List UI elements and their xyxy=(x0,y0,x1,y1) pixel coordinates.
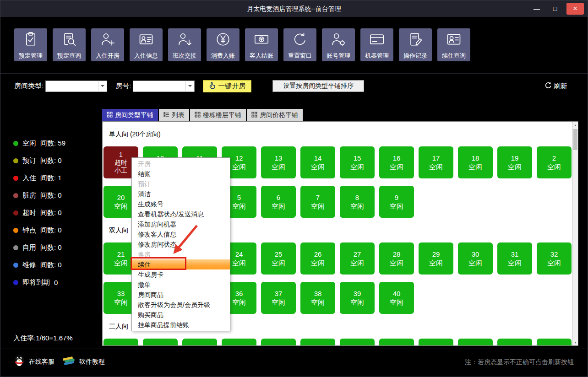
tab-room-price-tile[interactable]: 房间价格平铺 xyxy=(247,109,303,121)
context-menu-item[interactable]: 房间商品 xyxy=(132,290,230,300)
stay-extend-query-button[interactable]: 续住查询 xyxy=(437,28,470,61)
minimize-button[interactable]: — xyxy=(530,3,544,14)
operation-log-button[interactable]: 操作记录 xyxy=(399,28,432,61)
room-status: 空闲 xyxy=(114,202,128,210)
room-tile[interactable]: 13空闲 xyxy=(261,146,296,178)
document-pencil-icon xyxy=(408,32,423,49)
scroll-down-icon[interactable]: ▼ xyxy=(573,339,578,345)
room-tile[interactable]: 26空闲 xyxy=(300,242,335,275)
room-tile[interactable]: 14空闲 xyxy=(300,146,335,178)
legend-count: 间数: 0 xyxy=(40,209,62,217)
tab-room-type-tile[interactable]: 房间类型平铺 xyxy=(102,109,158,121)
statusbar: 在线客服 软件教程 注：若房态显示不正确可点击刷新按钮 xyxy=(0,349,588,377)
room-tile[interactable] xyxy=(497,339,532,345)
sort-by-room-type-button[interactable]: 设置按房间类型平铺排序 xyxy=(272,80,364,92)
room-tile[interactable]: 27空闲 xyxy=(340,242,375,275)
room-tile[interactable] xyxy=(143,339,178,345)
room-number: 39 xyxy=(354,289,361,298)
consumption-entry-button[interactable]: 消费入账 xyxy=(207,28,240,61)
context-menu-item[interactable]: 生成房卡 xyxy=(132,269,230,280)
check-in-info-button[interactable]: 入住信息 xyxy=(130,28,163,61)
room-tile[interactable]: 18空闲 xyxy=(458,146,493,178)
tab-label: 楼栋楼层平铺 xyxy=(203,111,241,119)
person-arrow-down-icon xyxy=(177,32,192,49)
reset-window-button[interactable]: 重置窗口 xyxy=(283,28,316,61)
shift-handover-button[interactable]: 班次交接 xyxy=(168,28,201,61)
room-tile[interactable]: 40空闲 xyxy=(379,282,414,314)
check-in-open-button[interactable]: 入住开房 xyxy=(91,28,124,61)
room-type-select[interactable] xyxy=(45,81,107,92)
room-tile[interactable]: 7空闲 xyxy=(300,186,335,218)
view-tabs: 房间类型平铺 列表 楼栋楼层平铺 房间价格平铺 xyxy=(102,109,303,121)
tab-building-floor-tile[interactable]: 楼栋楼层平铺 xyxy=(190,109,246,121)
one-key-open-button[interactable]: 一键开房 xyxy=(203,80,251,92)
room-tile[interactable]: 32空闲 xyxy=(537,242,572,275)
legend-count: 间数: 1 xyxy=(40,174,62,183)
room-tile[interactable] xyxy=(340,339,375,345)
maximize-button[interactable]: □ xyxy=(548,3,562,14)
context-menu-item[interactable]: 生成账号 xyxy=(132,199,230,209)
room-tile[interactable]: 16空闲 xyxy=(379,146,414,178)
room-tile[interactable]: 28空闲 xyxy=(379,242,414,275)
room-no-select[interactable] xyxy=(133,81,195,92)
room-tile[interactable]: 9空闲 xyxy=(379,186,414,218)
room-tile[interactable]: 2空闲 xyxy=(537,146,572,178)
machine-manage-button[interactable]: 机器管理 xyxy=(360,28,393,61)
refresh-button[interactable]: 刷新 xyxy=(545,80,567,92)
room-tile[interactable]: 19空闲 xyxy=(497,146,532,178)
room-tile[interactable] xyxy=(419,339,453,345)
close-button[interactable]: × xyxy=(566,3,584,15)
vertical-scrollbar[interactable]: ▲ ▼ xyxy=(572,122,578,345)
room-tile[interactable]: 39空闲 xyxy=(340,282,375,314)
room-status: 空闲 xyxy=(311,298,325,307)
context-menu-item[interactable]: 修改客人信息 xyxy=(132,229,230,239)
context-menu-item[interactable]: 购买商品 xyxy=(132,310,230,320)
context-menu-item[interactable]: 散客升级为会员/会员升级 xyxy=(132,300,230,310)
scroll-up-icon[interactable]: ▲ xyxy=(573,122,578,128)
legend-item: 即将到期0 xyxy=(13,274,101,291)
room-tile[interactable] xyxy=(103,339,138,345)
context-menu-item[interactable]: 修改房间状态 xyxy=(132,239,230,249)
reset-arrow-icon xyxy=(292,32,308,49)
room-tile[interactable]: 30空闲 xyxy=(458,242,493,275)
context-menu-item[interactable]: 结账 xyxy=(132,169,230,179)
context-menu-item[interactable]: 挂单商品提前结账 xyxy=(132,320,230,330)
toolbar-button-label: 机器管理 xyxy=(365,53,389,59)
room-tile[interactable]: 29空闲 xyxy=(419,242,453,275)
context-menu-item[interactable]: 查看机器状态/发送消息 xyxy=(132,209,230,219)
account-manage-button[interactable]: 账号管理 xyxy=(322,28,355,61)
room-tile[interactable]: 31空闲 xyxy=(497,242,532,275)
guest-checkout-button[interactable]: 客人结账 xyxy=(245,28,278,61)
context-menu-item[interactable]: 添加房间机器 xyxy=(132,219,230,229)
room-tile[interactable] xyxy=(182,339,217,345)
room-tile[interactable]: 8空闲 xyxy=(340,186,375,218)
room-tile[interactable]: 38空闲 xyxy=(300,282,335,314)
booking-query-button[interactable]: 预定查询 xyxy=(53,28,86,61)
room-tile[interactable]: 25空闲 xyxy=(261,242,296,275)
room-tile[interactable] xyxy=(300,339,335,345)
context-menu-item[interactable]: 续住 xyxy=(132,259,230,269)
room-tile[interactable] xyxy=(379,339,414,345)
room-status: 空闲 xyxy=(350,162,364,171)
online-service-link[interactable]: 在线客服 xyxy=(13,354,54,369)
tab-list[interactable]: 列表 xyxy=(159,109,189,121)
legend-count: 间数: 0 xyxy=(40,156,62,165)
context-menu-item[interactable]: 清洁 xyxy=(132,189,230,199)
software-tutorial-link[interactable]: 软件教程 xyxy=(62,355,105,368)
scrollbar-thumb[interactable] xyxy=(573,129,577,150)
booking-manage-button[interactable]: 预定管理 xyxy=(14,28,47,61)
room-tile[interactable]: 6空闲 xyxy=(261,186,296,218)
room-status: 空闲 xyxy=(114,298,128,307)
room-status: 空闲 xyxy=(350,259,364,267)
room-tile[interactable]: 15空闲 xyxy=(340,146,375,178)
context-menu-item[interactable]: 撤单 xyxy=(132,280,230,290)
status-dot xyxy=(13,176,18,181)
room-status: 空闲 xyxy=(468,162,482,171)
room-tile[interactable] xyxy=(458,339,493,345)
room-tile[interactable] xyxy=(537,339,572,345)
room-status: 空闲 xyxy=(232,259,246,267)
room-tile[interactable]: 17空闲 xyxy=(419,146,453,178)
room-tile[interactable] xyxy=(261,339,296,345)
room-tile[interactable] xyxy=(222,339,256,345)
room-tile[interactable]: 37空闲 xyxy=(261,282,296,314)
